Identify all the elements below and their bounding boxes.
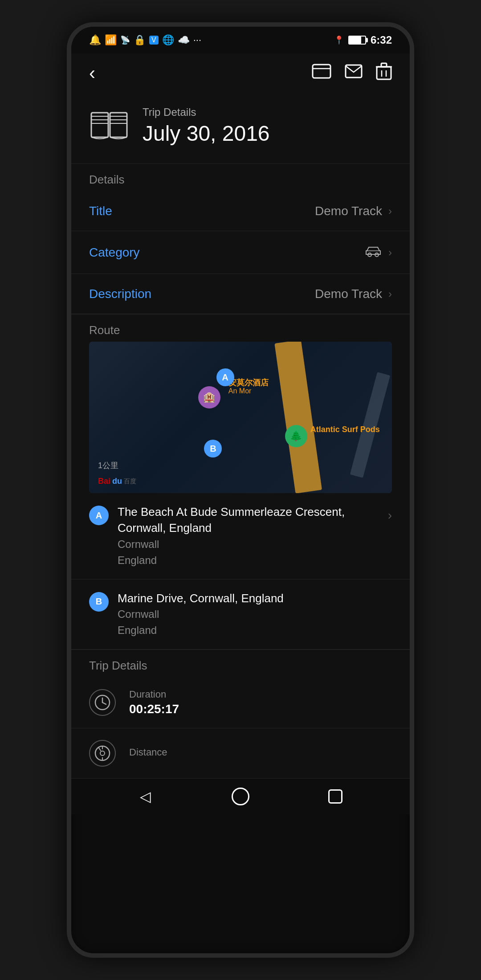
svg-rect-3 — [377, 67, 391, 79]
expand-icon[interactable] — [312, 64, 331, 82]
notification-icon: 🔔 — [89, 34, 101, 46]
distance-icon — [89, 740, 116, 767]
location-a-sub2: England — [118, 552, 379, 568]
svg-rect-5 — [381, 63, 387, 67]
location-a-marker: A — [89, 506, 109, 525]
delete-icon[interactable] — [376, 62, 392, 84]
recents-square-icon — [328, 789, 342, 804]
book-icon — [89, 108, 129, 144]
location-b-main: Marine Drive, Cornwall, England — [118, 590, 392, 606]
location-b-item: B Marine Drive, Cornwall, England Cornwa… — [71, 580, 410, 649]
lock-icon: 🔒 — [134, 34, 146, 46]
map-background: A 🏨 🌲 B 安莫尔酒店 An Mor Atlantic Surf Pods … — [89, 342, 392, 493]
description-chevron-icon: › — [388, 288, 392, 300]
description-label: Description — [89, 287, 151, 301]
clock-icon — [89, 689, 116, 716]
hotel-marker: 🏨 — [198, 386, 220, 408]
nav-icons-right — [312, 62, 392, 84]
duration-row: Duration 00:25:17 — [71, 677, 410, 728]
battery-icon — [348, 36, 366, 45]
svg-line-23 — [102, 702, 106, 704]
location-b-marker: B — [89, 592, 109, 612]
svg-rect-2 — [346, 65, 362, 78]
location-a-chevron-icon: › — [388, 508, 392, 523]
globe-icon: 🌐 — [162, 34, 174, 46]
distance-label: Distance — [129, 747, 167, 758]
title-row[interactable]: Title Demo Track › — [71, 191, 410, 231]
svg-point-25 — [100, 751, 105, 755]
trip-details-label: Trip Details — [71, 649, 410, 677]
description-value: Demo Track › — [315, 287, 392, 301]
duration-label: Duration — [129, 689, 179, 700]
category-row[interactable]: Category › — [71, 231, 410, 274]
baidu-du: du — [112, 477, 122, 486]
location-icon: 📍 — [334, 35, 344, 45]
status-icons-left: 🔔 📶 📡 🔒 V 🌐 ☁️ ··· — [89, 34, 201, 46]
recents-nav-button[interactable] — [324, 785, 346, 808]
back-nav-button[interactable]: ◁ — [135, 785, 157, 808]
status-right: 📍 6:32 — [334, 34, 392, 46]
title-chevron-icon: › — [388, 205, 392, 217]
route-map: A 🏨 🌲 B 安莫尔酒店 An Mor Atlantic Surf Pods … — [89, 342, 392, 493]
home-nav-button[interactable] — [229, 785, 252, 808]
location-b-sub1: Cornwall — [118, 606, 392, 622]
route-label: Route — [71, 314, 410, 342]
map-road-main — [274, 342, 322, 493]
category-chevron-icon: › — [388, 246, 392, 259]
home-circle-icon — [232, 788, 249, 805]
baidu-logo: Bai du 百度 — [98, 477, 136, 486]
cloud-icon: ☁️ — [178, 34, 190, 46]
location-a-main: The Beach At Bude Summerleaze Crescent, … — [118, 504, 379, 536]
vpn-icon: V — [149, 36, 159, 45]
map-label-anmor-chinese: 安莫尔酒店 — [228, 377, 269, 388]
mail-icon[interactable] — [345, 64, 363, 82]
marker-a-circle: A — [216, 368, 234, 386]
map-marker-a: A — [216, 368, 234, 386]
baidu-cn: 百度 — [124, 478, 136, 486]
bottom-navigation: ◁ — [71, 779, 410, 814]
route-section: Route A 🏨 🌲 B 安莫尔酒店 — [71, 314, 410, 649]
baidu-text: Bai — [98, 477, 110, 486]
back-button[interactable]: ‹ — [89, 62, 95, 84]
map-label-anmor-english: An Mor — [228, 387, 252, 395]
location-a-text: The Beach At Bude Summerleaze Crescent, … — [118, 504, 379, 568]
header-subtitle: Trip Details — [143, 106, 270, 118]
category-value: › — [364, 244, 392, 261]
distance-row: Distance — [71, 728, 410, 779]
duration-text: Duration 00:25:17 — [129, 689, 179, 716]
location-a-sub1: Cornwall — [118, 536, 379, 552]
description-row[interactable]: Description Demo Track › — [71, 274, 410, 314]
header-date: July 30, 2016 — [143, 121, 270, 146]
duration-value: 00:25:17 — [129, 702, 179, 716]
title-value: Demo Track › — [315, 204, 392, 218]
time-display: 6:32 — [371, 34, 392, 46]
car-icon — [364, 244, 382, 261]
location-b-sub2: England — [118, 622, 392, 638]
phone-frame: 🔔 📶 📡 🔒 V 🌐 ☁️ ··· 📍 6:32 ‹ — [67, 22, 414, 958]
location-a-item[interactable]: A The Beach At Bude Summerleaze Crescent… — [71, 493, 410, 580]
wifi-icon: 📶 — [105, 34, 117, 46]
location-b-text: Marine Drive, Cornwall, England Cornwall… — [118, 590, 392, 638]
more-icon: ··· — [193, 34, 201, 46]
header-text: Trip Details July 30, 2016 — [143, 106, 270, 146]
distance-text: Distance — [129, 747, 167, 760]
header-section: Trip Details July 30, 2016 — [71, 93, 410, 163]
map-scale: 1公里 — [98, 460, 118, 471]
top-navigation: ‹ — [71, 53, 410, 93]
signal-icon: 📡 — [120, 35, 130, 45]
details-section-label: Details — [71, 163, 410, 191]
map-marker-b: B — [204, 440, 222, 457]
status-bar: 🔔 📶 📡 🔒 V 🌐 ☁️ ··· 📍 6:32 — [71, 27, 410, 53]
category-label: Category — [89, 245, 140, 260]
svg-rect-0 — [313, 65, 330, 78]
map-label-atlantic: Atlantic Surf Pods — [310, 425, 380, 434]
tree-marker: 🌲 — [285, 425, 307, 447]
trip-details-section: Trip Details Duration 00:25:17 — [71, 649, 410, 779]
title-label: Title — [89, 204, 112, 218]
